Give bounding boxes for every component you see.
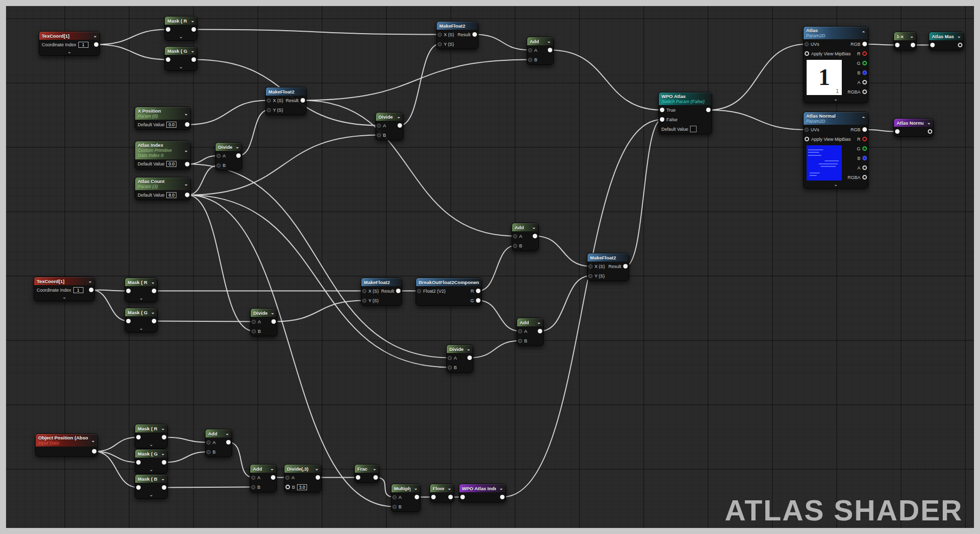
node-maskG2[interactable]: Mask ( G )⌄⌄ bbox=[125, 308, 158, 332]
node-floor[interactable]: Floor⌄ bbox=[430, 484, 454, 502]
value-input[interactable]: 0.0 bbox=[166, 122, 176, 128]
chevron-down-icon[interactable]: ⌄ bbox=[151, 280, 155, 285]
input-pin-a[interactable] bbox=[528, 48, 532, 52]
node-maskG1[interactable]: Mask ( G )⌄⌄ bbox=[164, 46, 198, 71]
output-pin[interactable] bbox=[92, 449, 96, 454]
input-pin[interactable] bbox=[136, 460, 141, 465]
texture-preview[interactable] bbox=[807, 145, 842, 181]
input-pin-b[interactable] bbox=[448, 366, 452, 370]
output-pin[interactable] bbox=[89, 288, 93, 292]
node-objpos[interactable]: Object Position (Absolute)Input Data⌄ bbox=[35, 433, 98, 457]
node-maskB3[interactable]: Mask ( B )⌄⌄ bbox=[135, 474, 168, 499]
node-mf4[interactable]: MakeFloat2X (S)ResultY (S) bbox=[587, 253, 629, 281]
input-pin-y-s[interactable] bbox=[267, 108, 271, 112]
chevron-down-icon[interactable]: ⌄ bbox=[414, 486, 418, 491]
node-add3[interactable]: Add⌄AB bbox=[517, 318, 544, 346]
input-pin-a[interactable] bbox=[251, 476, 255, 480]
chevron-down-icon[interactable]: ⌄ bbox=[372, 466, 376, 471]
node-header[interactable]: Mask ( B )⌄ bbox=[135, 475, 167, 483]
output-pin[interactable] bbox=[548, 48, 552, 52]
node-header[interactable]: Mask ( G )⌄ bbox=[135, 450, 167, 458]
output-pin-rgba[interactable] bbox=[862, 90, 867, 94]
chevron-down-icon[interactable]: ⌄ bbox=[93, 33, 97, 38]
node-header[interactable]: TexCoord[1]⌄ bbox=[39, 32, 100, 40]
input-pin-b[interactable] bbox=[217, 163, 221, 167]
output-pin[interactable] bbox=[185, 122, 189, 127]
expand-chevron-icon[interactable]: ⌄ bbox=[135, 442, 167, 448]
input-pin-y-s[interactable] bbox=[589, 274, 593, 278]
node-header[interactable]: X PositionParam (0)⌄ bbox=[135, 107, 190, 120]
input-pin[interactable] bbox=[126, 289, 131, 293]
node-atlasindex[interactable]: Atlas IndexCustom Primitive Data Index 0… bbox=[135, 141, 191, 169]
output-pin[interactable] bbox=[958, 43, 962, 47]
node-header[interactable]: WPO AtlasSwitch Param (False) bbox=[659, 93, 712, 105]
node-multiply[interactable]: Multiply⌄AB bbox=[391, 484, 421, 512]
input-pin-x-s[interactable] bbox=[438, 33, 442, 37]
output-pin-result[interactable] bbox=[301, 98, 305, 103]
node-header[interactable]: Object Position (Absolute)Input Data⌄ bbox=[36, 434, 97, 447]
chevron-down-icon[interactable]: ⌄ bbox=[270, 310, 274, 315]
output-pin-result[interactable] bbox=[472, 32, 477, 37]
chevron-down-icon[interactable]: ⌄ bbox=[161, 426, 165, 431]
output-pin-rgb[interactable] bbox=[862, 127, 867, 132]
input-pin-y-s[interactable] bbox=[438, 42, 442, 46]
output-pin[interactable] bbox=[706, 108, 711, 112]
input-pin-x-s[interactable] bbox=[362, 289, 366, 293]
node-header[interactable]: 1-x⌄ bbox=[894, 32, 916, 40]
node-header[interactable]: Frac⌄ bbox=[355, 465, 379, 473]
chevron-down-icon[interactable]: ⌄ bbox=[270, 466, 274, 471]
input-pin[interactable] bbox=[126, 319, 131, 323]
input-pin-b[interactable] bbox=[518, 339, 522, 343]
input-pin-a[interactable] bbox=[448, 356, 452, 360]
node-header[interactable]: MakeFloat2 bbox=[437, 22, 478, 30]
collapse-chevron-up-icon[interactable]: ⌃ bbox=[861, 116, 865, 121]
chevron-down-icon[interactable]: ⌄ bbox=[88, 279, 92, 284]
output-pin-a[interactable] bbox=[862, 165, 867, 170]
chevron-down-icon[interactable]: ⌄ bbox=[184, 148, 188, 153]
node-header[interactable]: MakeFloat2 bbox=[361, 278, 402, 286]
graph-canvas[interactable]: ATLAS SHADER TexCoord[1]⌄Coordinate Inde… bbox=[0, 0, 980, 534]
node-header[interactable]: Divide⌄ bbox=[216, 143, 242, 151]
node-divide_3[interactable]: Divide(,3)⌄AB3.0 bbox=[284, 464, 322, 492]
node-header[interactable]: Mask ( R )⌄ bbox=[165, 17, 197, 25]
node-add4[interactable]: Add⌄AB bbox=[205, 429, 232, 457]
value-input[interactable]: 8.0 bbox=[166, 192, 176, 198]
output-pin[interactable] bbox=[236, 153, 241, 158]
input-pin-uvs[interactable] bbox=[805, 42, 809, 46]
chevron-down-icon[interactable]: ⌄ bbox=[225, 431, 229, 436]
node-wpoatlas[interactable]: WPO AtlasSwitch Param (False)TrueFalseDe… bbox=[658, 92, 712, 134]
output-pin-g[interactable] bbox=[862, 146, 867, 151]
input-pin-a[interactable] bbox=[217, 154, 221, 158]
node-header[interactable]: Atlas Mask⌄ bbox=[929, 32, 963, 40]
node-divide2[interactable]: Divide⌄AB bbox=[375, 112, 404, 140]
output-pin[interactable] bbox=[94, 42, 99, 47]
input-pin-true[interactable] bbox=[660, 108, 664, 112]
chevron-down-icon[interactable]: ⌄ bbox=[466, 346, 470, 351]
input-pin[interactable] bbox=[895, 129, 900, 134]
input-pin-false[interactable] bbox=[660, 117, 664, 122]
node-header[interactable]: Mask ( R )⌄ bbox=[125, 278, 157, 286]
node-header[interactable]: Mask ( G )⌄ bbox=[125, 308, 157, 316]
node-header[interactable]: WPO Atlas Index⌄ bbox=[459, 484, 506, 492]
input-pin-a[interactable] bbox=[518, 329, 522, 333]
output-pin[interactable] bbox=[185, 193, 189, 197]
chevron-down-icon[interactable]: ⌄ bbox=[184, 182, 188, 187]
input-pin-uvs[interactable] bbox=[805, 128, 809, 132]
value-input[interactable]: 1 bbox=[78, 42, 88, 48]
output-pin[interactable] bbox=[398, 123, 402, 128]
expand-chevron-icon[interactable]: ⌄ bbox=[165, 64, 197, 70]
output-pin[interactable] bbox=[373, 475, 378, 480]
chevron-down-icon[interactable]: ⌄ bbox=[927, 120, 931, 125]
node-header[interactable]: Add⌄ bbox=[206, 429, 232, 437]
node-frac[interactable]: Frac⌄ bbox=[354, 464, 379, 483]
output-pin[interactable] bbox=[533, 234, 537, 238]
input-pin[interactable] bbox=[460, 495, 465, 499]
node-maskR1[interactable]: Mask ( R )⌄⌄ bbox=[164, 16, 198, 41]
expand-chevron-icon[interactable]: ⌄ bbox=[125, 326, 157, 332]
node-header[interactable]: Atlas Normal⌄ bbox=[894, 119, 933, 127]
input-pin-a[interactable] bbox=[207, 440, 211, 444]
chevron-down-icon[interactable]: ⌄ bbox=[537, 320, 541, 325]
output-pin[interactable] bbox=[191, 57, 196, 62]
chevron-down-icon[interactable]: ⌄ bbox=[190, 48, 194, 53]
node-mf1[interactable]: MakeFloat2X (S)ResultY (S) bbox=[265, 87, 307, 115]
